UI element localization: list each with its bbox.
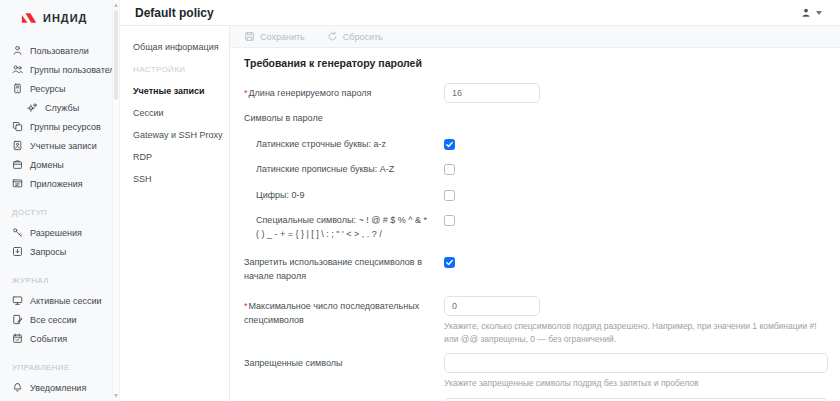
page-title: Default policy	[135, 6, 214, 20]
sidebar-item-label: Группы пользователей	[30, 65, 120, 75]
scroll-up-icon[interactable]	[114, 3, 118, 7]
checkbox-label: Латинские прописные буквы: A-Z	[244, 163, 444, 177]
subnav-item-label: Gateway и SSH Proxy	[133, 130, 223, 140]
sidebar-scrollbar[interactable]	[112, 0, 119, 401]
sidebar-item-all-sessions[interactable]: Все сессии	[12, 310, 109, 329]
subnav-item-label: Учетные записи	[133, 86, 205, 96]
user-icon	[12, 45, 23, 56]
subnav-item-sessions[interactable]: Сессии	[133, 102, 223, 124]
forbidden-symbols-field: Запрещенные символы Укажите запрещенные …	[244, 353, 828, 390]
sidebar-item-policies[interactable]: Политики	[12, 397, 109, 401]
save-button[interactable]: Сохранить	[244, 31, 305, 42]
sidebar-item-label: События	[30, 334, 67, 344]
subnav-item-gateway-ssh-proxy[interactable]: Gateway и SSH Proxy	[133, 124, 223, 146]
field-hint: Укажите запрещенные символы подряд без з…	[444, 377, 828, 390]
sidebar-item-label: Группы ресурсов	[30, 122, 101, 132]
check-icon	[445, 258, 454, 267]
sidebar-item-permissions[interactable]: Разрешения	[12, 223, 109, 242]
field-label: *Длина генерируемого пароля	[244, 83, 444, 101]
checkbox-digits[interactable]	[444, 190, 455, 201]
app-window: ИНДИД Пользователи Группы пользователей …	[0, 0, 840, 401]
sidebar-item-label: Активные сессии	[30, 296, 101, 306]
reset-button-label: Сбросить	[343, 32, 383, 42]
symbols-section: Символы в пароле	[244, 112, 828, 126]
checkbox-label: Латинские строчные буквы: a-z	[244, 138, 444, 152]
server-icon	[12, 83, 23, 94]
latin-lowercase-row: Латинские строчные буквы: a-z	[244, 138, 828, 152]
subnav-item-general-info[interactable]: Общая информация	[133, 36, 223, 58]
sidebar-item-users[interactable]: Пользователи	[12, 41, 109, 60]
sidebar-item-label: Разрешения	[30, 228, 82, 238]
field-label: Запрещенные символы	[244, 353, 444, 371]
form-toolbar: Сохранить Сбросить	[230, 26, 840, 48]
sidebar-item-resources[interactable]: Ресурсы	[12, 79, 109, 98]
latin-uppercase-row: Латинские прописные буквы: A-Z	[244, 163, 828, 177]
checkbox-forbid-leading-special[interactable]	[444, 257, 455, 268]
required-marker: *	[244, 301, 248, 311]
required-symbols-field: Обязательные символы Из символов, указан…	[244, 398, 828, 401]
sidebar-section-management: УПРАВЛЕНИЕ	[12, 361, 109, 373]
key-icon	[12, 227, 23, 238]
sidebar-item-label: Учетные записи	[30, 141, 97, 151]
checkbox-label: Запретить использование спецсимволов в н…	[244, 256, 444, 283]
forbidden-symbols-input[interactable]	[444, 353, 828, 373]
field-label: *Максимальное число последовательных спе…	[244, 296, 444, 327]
sidebar-item-label: Ресурсы	[30, 84, 66, 94]
gears-icon	[27, 102, 38, 113]
sidebar-item-events[interactable]: События	[12, 329, 109, 348]
subnav-item-accounts[interactable]: Учетные записи	[133, 80, 223, 102]
sidebar-item-label: Приложения	[30, 179, 83, 189]
checkbox-label: Специальные символы: ~ ! @ # $ % ^ & * (…	[244, 214, 444, 241]
sidebar-item-notifications[interactable]: Уведомления	[12, 378, 109, 397]
scrollbar-thumb[interactable]	[114, 10, 118, 100]
checkbox-special-symbols[interactable]	[444, 215, 455, 226]
top-header: Default policy	[120, 0, 840, 26]
users-icon	[12, 64, 23, 75]
sidebar-item-resource-groups[interactable]: Группы ресурсов	[12, 117, 109, 136]
sidebar-nav: Пользователи Группы пользователей Ресурс…	[0, 35, 119, 401]
special-symbols-row: Специальные символы: ~ ! @ # $ % ^ & * (…	[244, 214, 828, 241]
checkbox-latin-lowercase[interactable]	[444, 139, 455, 150]
reset-button[interactable]: Сбросить	[327, 31, 383, 42]
reset-arrow-icon	[327, 31, 338, 42]
subnav-item-ssh[interactable]: SSH	[133, 168, 223, 190]
sidebar-item-label: Все сессии	[30, 315, 77, 325]
session-log-icon	[12, 314, 23, 325]
sidebar-item-domains[interactable]: Домены	[12, 155, 109, 174]
generated-password-length-input[interactable]	[444, 83, 540, 103]
user-avatar-icon	[800, 7, 812, 19]
max-consecutive-special-field: *Максимальное число последовательных спе…	[244, 296, 828, 346]
field-label: Обязательные символы	[244, 398, 444, 401]
required-symbols-input[interactable]	[444, 398, 828, 401]
checkbox-label: Цифры: 0-9	[244, 189, 444, 203]
inbox-arrow-icon	[12, 246, 23, 257]
subnav-section-settings: НАСТРОЙКИ	[133, 58, 223, 80]
subnav-item-label: Сессии	[133, 108, 164, 118]
monitor-icon	[12, 295, 23, 306]
digits-row: Цифры: 0-9	[244, 189, 828, 203]
sidebar-section-access: ДОСТУП	[12, 206, 109, 218]
main-panel: Сохранить Сбросить Требования к генерато…	[230, 26, 840, 401]
symbols-section-label: Символы в пароле	[244, 112, 444, 126]
sidebar-item-requests[interactable]: Запросы	[12, 242, 109, 261]
sidebar-item-user-groups[interactable]: Группы пользователей	[12, 60, 109, 79]
save-button-label: Сохранить	[260, 32, 305, 42]
subnav-item-rdp[interactable]: RDP	[133, 146, 223, 168]
sidebar-item-services[interactable]: Службы	[12, 98, 109, 117]
sidebar-item-applications[interactable]: Приложения	[12, 174, 109, 193]
user-menu[interactable]	[800, 7, 822, 19]
settings-nav: Общая информация НАСТРОЙКИ Учетные запис…	[120, 26, 230, 401]
domain-icon	[12, 159, 23, 170]
subnav-item-label: SSH	[133, 174, 152, 184]
checkbox-latin-uppercase[interactable]	[444, 164, 455, 175]
body-row: Общая информация НАСТРОЙКИ Учетные запис…	[120, 26, 840, 401]
sidebar-item-accounts[interactable]: Учетные записи	[12, 136, 109, 155]
sidebar-item-label: Уведомления	[30, 383, 86, 393]
main-sidebar: ИНДИД Пользователи Группы пользователей …	[0, 0, 120, 401]
scroll-down-icon[interactable]	[114, 394, 118, 398]
sidebar-item-active-sessions[interactable]: Активные сессии	[12, 291, 109, 310]
sidebar-item-label: Службы	[45, 103, 79, 113]
max-consecutive-special-input[interactable]	[444, 296, 540, 316]
brand-logo[interactable]: ИНДИД	[0, 0, 119, 35]
sidebar-item-label: Запросы	[30, 247, 66, 257]
